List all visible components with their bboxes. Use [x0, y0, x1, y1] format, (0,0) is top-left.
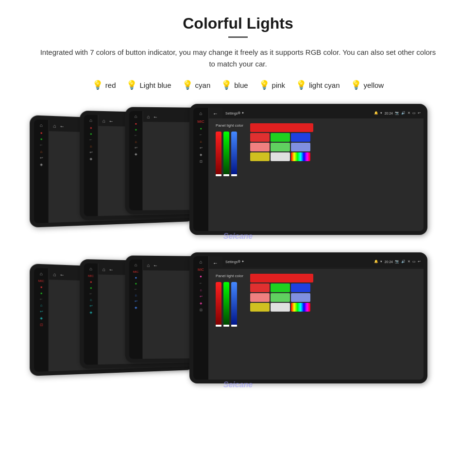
color-name-yellow: yellow — [364, 81, 384, 89]
sidebar-2: ⌂ ● ● ← ⌂ ↩ ◈ — [84, 115, 99, 216]
bot-statusbar: Settings ⚙ ✦ 🔔▾20:24📷🔊✕▭↩ — [222, 256, 424, 267]
bot-color-bars — [216, 282, 243, 326]
main-content-top: Settings ⚙ ✦ 🔔▾20:24📷🔊✕▭↩ ← — [209, 108, 424, 231]
color-section-left: Panel light color — [216, 123, 243, 176]
bot-status-right: 🔔▾20:24📷🔊✕▭↩ — [374, 260, 421, 264]
top-screen-group: ⌂ ● ● ← ⌂ ↩ ◈ ⌂ ← — [19, 104, 457, 245]
home-topbar-1: ⌂ — [53, 123, 57, 129]
bot-gear-icon: ⚙ ✦ — [238, 260, 244, 264]
page-title: Colorful Lights — [19, 15, 457, 33]
bulb-lightblue-icon: 💡 — [126, 80, 137, 90]
grid-row2-top — [250, 143, 313, 151]
color-bars-top — [216, 132, 243, 175]
color-name-lightcyan: light cyan — [309, 81, 340, 89]
color-name-lightblue: Light blue — [139, 81, 171, 89]
bot-sidebar-2: ⌂ MIC ● ● ← ⌂ ↩ ◈ — [84, 263, 99, 365]
bar-indicators-top — [216, 174, 243, 176]
gear-icon-top: ⚙ ✦ — [238, 111, 244, 115]
color-label-blue: 💡 blue — [221, 80, 248, 90]
sidebar-main: ⌂ MIC ● ← ⌂ ↩ ◈ ⊡ — [193, 108, 209, 231]
bulb-yellow-icon: 💡 — [351, 80, 361, 90]
statusbar-top: Settings ⚙ ✦ 🔔▾20:24📷🔊✕▭↩ — [222, 108, 424, 118]
color-label-yellow: 💡 yellow — [351, 80, 384, 90]
panel-light-label-top: Panel light color — [216, 123, 243, 128]
title-divider — [228, 36, 248, 38]
color-label-lightcyan: 💡 light cyan — [296, 80, 340, 90]
color-wide-red-top — [250, 123, 313, 132]
color-label-lightblue: 💡 Light blue — [126, 80, 171, 90]
bot-sidebar-1: ⌂ MIC ● ● ← ⌂ ↩ ◈ ⊡ — [34, 268, 49, 372]
btn-b1: ← — [39, 143, 43, 147]
bot-color-grid — [250, 274, 313, 312]
color-label-pink: 💡 pink — [259, 80, 286, 90]
grid-row3-top — [250, 152, 313, 161]
btn-bk1: ↩ — [40, 156, 43, 160]
color-label-red: 💡 red — [92, 80, 116, 90]
btn-o1: ⌂ — [40, 150, 43, 153]
status-right-top: 🔔▾20:24📷🔊✕▭↩ — [374, 111, 421, 115]
description: Integrated with 7 colors of button indic… — [39, 47, 437, 70]
btn-g1: ● — [40, 137, 43, 140]
sidebar-1: ⌂ ● ● ← ⌂ ↩ ◈ — [34, 119, 49, 223]
bar-blue-top — [231, 132, 237, 175]
bulb-pink-icon: 💡 — [259, 80, 270, 90]
grid-row0-top — [250, 123, 313, 132]
btn-r1: ● — [40, 131, 43, 135]
color-name-pink: pink — [272, 81, 286, 89]
bulb-red-icon: 💡 — [92, 80, 103, 90]
color-label-cyan: 💡 cyan — [182, 80, 211, 90]
page-container: Colorful Lights Integrated with 7 colors… — [0, 0, 476, 415]
color-name-cyan: cyan — [195, 81, 211, 89]
color-panel-bot: Panel light color — [209, 269, 424, 380]
btn-vol1: ◈ — [40, 163, 43, 166]
bot-screen-main: ⌂ MIC ● ← ⌂ ↩ ◈ ⊡ Settings ⚙ ✦ 🔔▾20:24 — [189, 252, 427, 383]
color-name-red: red — [105, 81, 116, 89]
back-1: ← — [59, 123, 65, 129]
color-name-blue: blue — [234, 81, 248, 89]
bot-sidebar-main: ⌂ MIC ● ← ⌂ ↩ ◈ ⊡ — [193, 256, 209, 380]
grid-row1-top — [250, 133, 313, 142]
bulb-cyan-icon: 💡 — [182, 80, 193, 90]
color-panel-top: Panel light color — [209, 118, 424, 231]
bot-panel-label: Panel light color — [216, 274, 243, 278]
bot-sidebar-3: ⌂ MIC ● ● ← ⌂ ↩ ◈ — [129, 260, 143, 359]
bot-settings-label: Settings — [225, 260, 238, 264]
bot-color-section-left: Panel light color — [216, 274, 243, 327]
bottom-screen-group: ⌂ MIC ● ● ← ⌂ ↩ ◈ ⊡ ⌂ ← — [19, 252, 457, 393]
settings-label-top: Settings — [225, 112, 238, 115]
color-labels-row: 💡 red 💡 Light blue 💡 cyan 💡 blue 💡 pink … — [19, 80, 457, 90]
bar-red-top — [216, 132, 221, 175]
home-icon-1: ⌂ — [40, 123, 43, 128]
bar-green-top — [223, 132, 229, 175]
bulb-blue-icon: 💡 — [221, 80, 232, 90]
bulb-lightcyan-icon: 💡 — [296, 80, 306, 90]
sidebar-3: ⌂ ● ● ← ⌂ ↩ ◈ — [129, 111, 143, 211]
top-screen-main: ⌂ MIC ● ← ⌂ ↩ ◈ ⊡ Settings ⚙ ✦ 🔔▾20:24 — [189, 104, 427, 235]
bot-main-content: Settings ⚙ ✦ 🔔▾20:24📷🔊✕▭↩ ← Panel light … — [209, 256, 424, 380]
color-grid-top — [250, 123, 313, 161]
